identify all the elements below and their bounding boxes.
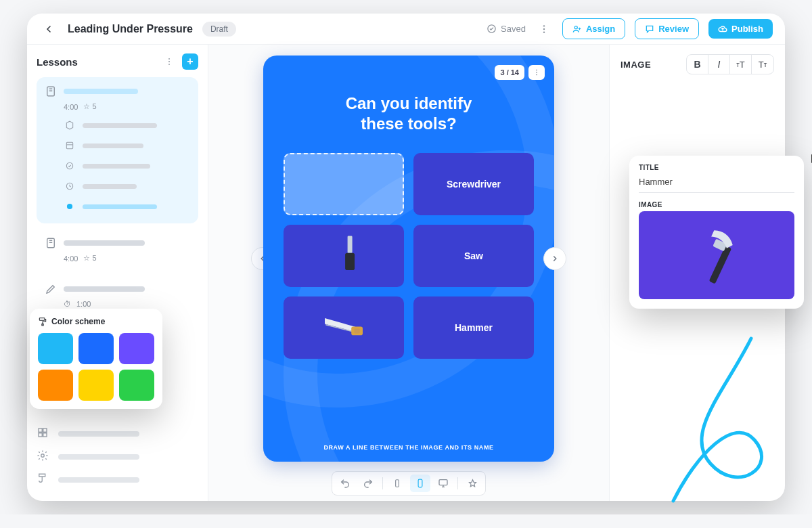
slide-item-selected[interactable] (61, 196, 191, 217)
image-preview[interactable] (639, 211, 794, 299)
svg-point-3 (543, 31, 545, 32)
paint-icon (37, 472, 51, 487)
title-input[interactable]: Hammer (639, 174, 794, 193)
more-button[interactable] (535, 20, 553, 38)
saw-icon (320, 304, 367, 351)
slide-item[interactable] (61, 115, 191, 135)
grid-icon (37, 426, 51, 441)
nav-item[interactable] (37, 468, 198, 491)
hammer-icon (669, 218, 764, 292)
device-phone-button[interactable] (410, 475, 430, 492)
nav-item[interactable] (37, 445, 198, 468)
italic-button[interactable]: I (708, 55, 730, 74)
assign-button[interactable]: Assign (562, 18, 625, 39)
tool-image-screwdriver[interactable] (284, 225, 404, 287)
svg-rect-9 (66, 142, 72, 148)
gear-icon (37, 449, 51, 464)
cloud-up-icon (718, 24, 727, 34)
svg-rect-32 (709, 246, 732, 284)
image-field-label: IMAGE (639, 201, 794, 208)
page-indicator: 3 / 14 (495, 65, 524, 80)
device-desktop-button[interactable] (433, 475, 453, 492)
lesson-title-placeholder (64, 286, 145, 292)
slide-item[interactable] (61, 176, 191, 196)
plus-circle-icon (64, 200, 76, 213)
drop-target[interactable] (284, 153, 404, 215)
publish-label: Publish (731, 24, 763, 34)
svg-rect-28 (418, 479, 422, 487)
svg-point-12 (67, 204, 72, 209)
lesson-title-placeholder (64, 240, 145, 246)
color-swatch[interactable] (119, 333, 154, 364)
svg-point-20 (536, 72, 537, 73)
lessons-sidebar: Lessons + 4:00 ☆ 5 (27, 45, 208, 501)
slide-item[interactable] (61, 135, 191, 156)
sidebar-more-button[interactable] (160, 53, 178, 70)
tool-image-saw[interactable] (284, 296, 404, 359)
font-size-down-button[interactable]: Tт (752, 55, 773, 74)
lesson-icon (43, 236, 58, 250)
status-pill: Draft (202, 22, 236, 37)
title-field-label: TITLE (639, 164, 794, 171)
slide-item[interactable] (61, 156, 191, 176)
nav-item[interactable] (37, 422, 198, 445)
check-circle-icon (64, 160, 76, 172)
color-scheme-label: Color scheme (51, 317, 105, 326)
match-label[interactable]: Saw (413, 225, 534, 287)
svg-rect-16 (39, 433, 42, 437)
color-swatch[interactable] (38, 370, 73, 401)
color-swatch[interactable] (38, 333, 73, 364)
undo-button[interactable] (335, 475, 355, 492)
publish-button[interactable]: Publish (708, 19, 773, 39)
svg-point-21 (536, 74, 537, 76)
svg-rect-27 (396, 480, 399, 487)
canvas-area: 3 / 14 Can you identifythese tools? Scre… (208, 45, 609, 501)
svg-rect-17 (43, 433, 47, 437)
device-mobile-button[interactable] (387, 475, 407, 492)
svg-rect-8 (47, 87, 55, 96)
layout-icon (64, 139, 76, 152)
color-swatch[interactable] (78, 333, 114, 364)
review-button[interactable]: Review (635, 18, 699, 39)
sidebar-title: Lessons (37, 56, 78, 68)
slide-title: Can you identifythese tools? (284, 93, 534, 134)
svg-rect-22 (348, 236, 353, 253)
color-scheme-popover: Color scheme (30, 309, 162, 409)
back-button[interactable] (39, 20, 58, 39)
lesson-rating: ☆ 5 (83, 254, 96, 263)
svg-point-1 (543, 25, 545, 26)
svg-point-18 (41, 454, 45, 458)
svg-rect-23 (345, 253, 355, 270)
text-format-group: B I тT Tт (686, 54, 774, 74)
match-label[interactable]: Screwdriver (413, 153, 534, 215)
next-slide-button[interactable] (543, 247, 566, 270)
sidebar-bottom-nav (37, 422, 198, 491)
saved-label: Saved (501, 24, 526, 34)
lesson-item[interactable]: 4:00 ☆ 5 (37, 229, 198, 269)
redo-button[interactable] (358, 475, 378, 492)
lesson-icon (43, 84, 58, 99)
view-toolbar (332, 471, 486, 496)
clock-icon (64, 180, 76, 192)
svg-rect-29 (439, 480, 447, 485)
cube-icon (64, 119, 76, 131)
add-lesson-button[interactable]: + (182, 53, 198, 70)
check-circle-icon (487, 24, 497, 34)
clock-icon: ⏱ (64, 300, 71, 308)
svg-rect-30 (39, 318, 45, 321)
svg-rect-15 (43, 428, 47, 432)
font-size-up-button[interactable]: тT (730, 55, 752, 74)
app-window: Leading Under Pressure Draft Saved Assig… (27, 14, 785, 501)
lesson-item[interactable]: 4:00 ☆ 5 (37, 77, 198, 223)
document-title: Leading Under Pressure (68, 23, 193, 35)
bold-button[interactable]: B (687, 55, 708, 74)
match-label[interactable]: Hammer (413, 296, 534, 359)
favorite-button[interactable] (462, 475, 482, 492)
slide-more-button[interactable] (528, 65, 545, 80)
topbar: Leading Under Pressure Draft Saved Assig… (27, 14, 785, 45)
svg-rect-14 (39, 428, 42, 432)
color-swatch[interactable] (78, 370, 114, 401)
color-swatch[interactable] (119, 370, 154, 401)
lesson-duration: 4:00 (64, 255, 78, 263)
svg-point-4 (574, 26, 577, 28)
